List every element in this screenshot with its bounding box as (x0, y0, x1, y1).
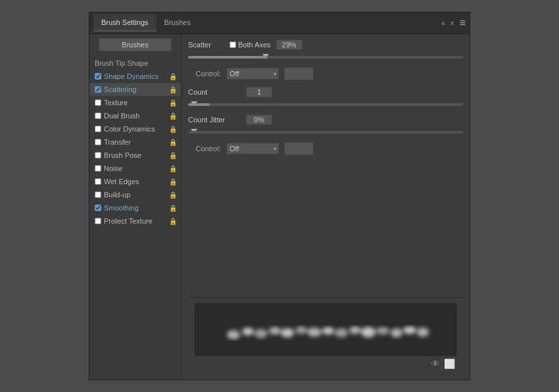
both-axes-label: Both Axes (238, 41, 271, 49)
svg-point-5 (295, 326, 307, 334)
sidebar-item-noise[interactable]: Noise 🔒 (89, 162, 181, 175)
lock-icon-build-up: 🔒 (169, 191, 177, 199)
sidebar-item-label-protect-texture: Protect Texture (104, 217, 168, 225)
sidebar-item-wet-edges[interactable]: Wet Edges 🔒 (89, 175, 181, 188)
texture-checkbox[interactable] (95, 99, 101, 106)
svg-point-3 (269, 327, 281, 335)
lock-icon-smoothing: 🔒 (169, 205, 177, 212)
count-jitter-slider-container[interactable] (188, 130, 463, 135)
count-slider-fill (188, 103, 210, 106)
sidebar-item-label-smoothing: Smoothing (104, 204, 168, 212)
svg-point-8 (335, 328, 348, 337)
sidebar-item-scattering[interactable]: Scattering 🔒 (89, 83, 181, 96)
preview-footer: 👁 ⬜ (195, 356, 456, 369)
sidebar-item-label-wet-edges: Wet Edges (104, 178, 168, 185)
both-axes-checkbox[interactable] (230, 41, 236, 48)
sidebar-item-label-color-dynamics: Color Dynamics (104, 125, 168, 133)
brush-tip-label: Brush Tip Shape (89, 57, 181, 70)
menu-icon[interactable]: ≡ (460, 17, 466, 29)
sidebar-item-texture[interactable]: Texture 🔒 (89, 96, 181, 109)
canvas-icon[interactable]: ⬜ (444, 358, 455, 369)
brush-preview-area: 👁 ⬜ (188, 297, 463, 374)
sidebar-item-label-transfer: Transfer (104, 138, 168, 146)
sidebar-item-smoothing[interactable]: Smoothing 🔒 (89, 201, 181, 214)
svg-point-1 (242, 328, 254, 335)
protect-texture-checkbox[interactable] (95, 218, 101, 224)
svg-point-13 (403, 326, 416, 334)
svg-point-0 (227, 330, 240, 339)
count-jitter-value[interactable] (246, 114, 272, 125)
main-content: Scatter Both Axes 29% Control: (182, 34, 470, 380)
lock-icon-brush-pose: 🔒 (169, 152, 177, 159)
scatter-control-dropdown[interactable]: Off Fade Pen Pressure Pen Tilt (226, 68, 279, 80)
lock-icon-shape-dynamics: 🔒 (169, 73, 177, 80)
noise-checkbox[interactable] (95, 165, 101, 172)
brush-preview (195, 303, 456, 356)
shape-dynamics-checkbox[interactable] (95, 73, 101, 80)
count-slider-container[interactable] (188, 103, 463, 108)
sidebar-item-label-brush-pose: Brush Pose (104, 151, 168, 159)
eye-icon[interactable]: 👁 (431, 358, 440, 369)
svg-point-14 (417, 328, 429, 337)
count-slider[interactable] (188, 103, 463, 106)
scatter-slider-fill (188, 56, 268, 59)
transfer-checkbox[interactable] (95, 139, 101, 145)
jitter-control-label: Control: (188, 145, 221, 153)
sidebar-item-transfer[interactable]: Transfer 🔒 (89, 135, 181, 149)
jitter-control-dropdown[interactable]: Off Fade Pen Pressure Pen Tilt (226, 143, 279, 155)
sidebar-item-brush-pose[interactable]: Brush Pose 🔒 (89, 149, 181, 162)
lock-icon-dual-brush: 🔒 (169, 112, 177, 120)
svg-point-7 (322, 327, 334, 335)
svg-point-2 (255, 329, 268, 338)
jitter-control-field (284, 142, 314, 155)
smoothing-checkbox[interactable] (95, 205, 101, 211)
sidebar-item-shape-dynamics[interactable]: Shape Dynamics 🔒 (89, 70, 181, 83)
color-dynamics-checkbox[interactable] (95, 126, 101, 132)
build-up-checkbox[interactable] (95, 191, 101, 198)
lock-icon-noise: 🔒 (169, 165, 177, 172)
tab-brush-settings[interactable]: Brush Settings (93, 14, 157, 32)
top-right-icons: « × ≡ (441, 17, 466, 29)
tab-brushes[interactable]: Brushes (157, 14, 199, 32)
sidebar-item-label-build-up: Build-up (104, 191, 168, 199)
scatter-value[interactable]: 29% (276, 39, 303, 50)
spacer (188, 162, 463, 295)
sidebar-item-protect-texture[interactable]: Protect Texture 🔒 (89, 214, 181, 228)
sidebar-item-color-dynamics[interactable]: Color Dynamics 🔒 (89, 122, 181, 135)
count-jitter-label: Count Jitter (188, 116, 241, 124)
count-value[interactable] (246, 87, 272, 97)
scattering-checkbox[interactable] (95, 86, 101, 93)
lock-icon-scattering: 🔒 (169, 86, 177, 93)
scatter-control-label: Control: (188, 70, 221, 78)
lock-icon-texture: 🔒 (169, 99, 177, 107)
sidebar-item-label-texture: Texture (104, 99, 168, 107)
sidebar-item-label-shape-dynamics: Shape Dynamics (104, 72, 168, 80)
svg-point-11 (376, 327, 389, 335)
brush-pose-checkbox[interactable] (95, 152, 101, 159)
both-axes-check: Both Axes (230, 41, 271, 49)
count-jitter-slider[interactable] (188, 131, 463, 134)
scatter-row: Scatter Both Axes 29% (188, 39, 463, 50)
scatter-slider[interactable] (188, 56, 463, 59)
count-row: Count (188, 87, 463, 97)
sidebar: Brushes Brush Tip Shape Shape Dynamics 🔒… (89, 34, 182, 380)
scatter-label: Scatter (188, 41, 224, 49)
close-icon[interactable]: × (450, 20, 454, 27)
sidebar-item-build-up[interactable]: Build-up 🔒 (89, 188, 181, 201)
panel-body: Brushes Brush Tip Shape Shape Dynamics 🔒… (89, 34, 470, 380)
count-jitter-row: Count Jitter (188, 114, 463, 125)
sidebar-item-label-scattering: Scattering (104, 86, 168, 93)
wet-edges-checkbox[interactable] (95, 178, 101, 185)
lock-icon-color-dynamics: 🔒 (169, 126, 177, 133)
sidebar-item-dual-brush[interactable]: Dual Brush 🔒 (89, 109, 181, 122)
svg-point-4 (281, 328, 294, 337)
title-bar: Brush Settings Brushes « × ≡ (89, 12, 470, 34)
brushes-button[interactable]: Brushes (99, 38, 172, 51)
svg-point-9 (349, 326, 361, 334)
svg-point-12 (391, 328, 402, 337)
scatter-slider-container[interactable] (188, 55, 463, 61)
dual-brush-checkbox[interactable] (95, 112, 101, 119)
lock-icon-transfer: 🔒 (169, 139, 177, 146)
sidebar-item-label-dual-brush: Dual Brush (104, 112, 168, 120)
collapse-icon[interactable]: « (441, 20, 445, 27)
